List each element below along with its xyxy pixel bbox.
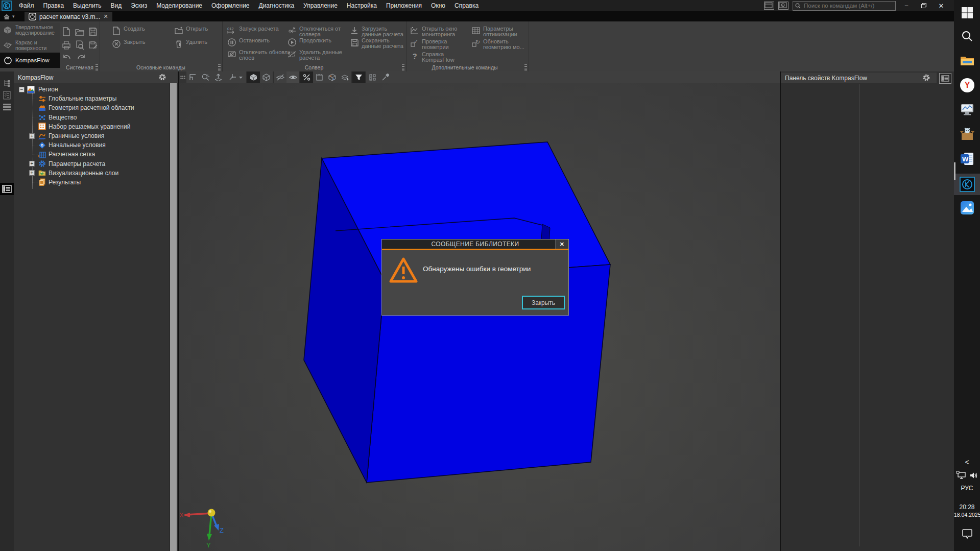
- close-button[interactable]: ✕: [935, 1, 948, 10]
- camera-icon[interactable]: [778, 2, 788, 10]
- menu-applications[interactable]: Приложения: [381, 0, 426, 11]
- gear-icon[interactable]: [922, 74, 930, 83]
- menu-select[interactable]: Выделить: [68, 0, 106, 11]
- gear-icon[interactable]: [158, 73, 166, 83]
- tab-close-icon[interactable]: ✕: [103, 13, 108, 20]
- group-handle[interactable]: [402, 64, 404, 70]
- collapse-icon[interactable]: −: [19, 87, 25, 92]
- load-calc-data-button[interactable]: Загрузить данные расчета: [349, 26, 405, 37]
- checklist-icon[interactable]: [3, 91, 11, 100]
- speaker-icon[interactable]: [969, 471, 979, 480]
- tree-item-boundary-conditions[interactable]: + Граничные условия: [14, 131, 167, 140]
- delete-button[interactable]: Удалить: [174, 39, 207, 49]
- tree-item-visual-layers[interactable]: + Визуализационные слои: [14, 169, 167, 178]
- tree-item-initial-conditions[interactable]: Начальные условия: [14, 140, 167, 150]
- network-icon[interactable]: [956, 471, 967, 480]
- disable-layer-update-button[interactable]: Отключить обновл. слоев: [227, 49, 296, 61]
- tab-kompasflow[interactable]: KompasFlow: [0, 53, 60, 68]
- monitor-app-button[interactable]: [960, 102, 975, 117]
- save-as-button[interactable]: [88, 40, 98, 51]
- dialog-title-bar[interactable]: СООБЩЕНИЕ БИБЛИОТЕКИ ✕: [382, 239, 568, 249]
- close-doc-button[interactable]: Закрыть: [111, 39, 145, 49]
- minimize-button[interactable]: −: [900, 1, 913, 10]
- save-calc-data-button[interactable]: Сохранить данные расчета: [349, 37, 405, 49]
- document-tab[interactable]: расчет компас v3.m... ✕: [25, 12, 112, 21]
- expand-icon[interactable]: +: [29, 170, 35, 176]
- properties-panel-toggle[interactable]: [0, 183, 14, 195]
- clock-time[interactable]: 20:28: [954, 504, 980, 511]
- delete-calc-data-button[interactable]: Удалить данные расчета: [287, 49, 364, 61]
- tree-view-icon[interactable]: [3, 79, 11, 87]
- start-button[interactable]: [960, 5, 975, 20]
- tree-item-mesh[interactable]: Расчетная сетка: [14, 150, 167, 159]
- new-document-button[interactable]: [61, 27, 71, 38]
- menu-modeling[interactable]: Моделирование: [152, 0, 207, 11]
- tree-item-geometry[interactable]: Геометрия расчетной области: [14, 103, 167, 112]
- menu-window[interactable]: Окно: [426, 0, 450, 11]
- menu-sketch[interactable]: Эскиз: [126, 0, 152, 11]
- photos-icon: [960, 201, 974, 215]
- boxed-app-button[interactable]: [960, 127, 975, 142]
- update-geometry-button[interactable]: ↻ Обновить геометрию мо...: [471, 38, 526, 50]
- tree-item-region[interactable]: − Регион: [14, 85, 167, 94]
- tree-item-label: Результаты: [49, 179, 81, 186]
- menu-view[interactable]: Вид: [106, 0, 126, 11]
- taskbar-search-button[interactable]: [960, 29, 975, 44]
- undo-button[interactable]: [61, 53, 73, 64]
- run-calculation-button[interactable]: 012 Запуск расчета: [227, 26, 296, 36]
- tab-wireframe-surfaces[interactable]: Каркас и поверхности: [0, 38, 60, 53]
- open-button[interactable]: Открыть: [174, 26, 208, 36]
- photos-app-button[interactable]: [960, 200, 975, 215]
- create-button[interactable]: Создать: [111, 26, 145, 36]
- optimization-params-button[interactable]: Параметры оптимизации: [471, 26, 526, 37]
- print-button[interactable]: [61, 40, 71, 51]
- expand-icon[interactable]: +: [29, 161, 35, 166]
- home-dropdown-icon[interactable]: ▾: [12, 14, 15, 19]
- tree-item-substance[interactable]: Вещество: [14, 113, 167, 122]
- group-handle[interactable]: [524, 64, 527, 70]
- tab-solid-modeling[interactable]: Твердотельное моделирование: [0, 22, 60, 38]
- group-handle[interactable]: [218, 64, 221, 70]
- clock-date[interactable]: 18.04.2025: [954, 512, 980, 518]
- file-explorer-button[interactable]: [960, 53, 975, 68]
- restore-button[interactable]: [917, 1, 930, 10]
- command-search[interactable]: [793, 1, 896, 11]
- tree-item-calc-params[interactable]: + Параметры расчета: [14, 159, 167, 169]
- help-kompasflow-button[interactable]: ? Справка KompasFlow: [410, 51, 467, 63]
- menu-file[interactable]: Файл: [14, 0, 39, 11]
- menu-settings[interactable]: Настройка: [342, 0, 381, 11]
- tree-scrollbar[interactable]: [169, 83, 177, 551]
- menu-help[interactable]: Справка: [450, 0, 483, 11]
- list-bars-icon[interactable]: [3, 103, 11, 111]
- layout-icon[interactable]: [764, 2, 774, 10]
- kompas-3d-button[interactable]: [960, 177, 975, 192]
- home-tab-button[interactable]: ▾: [3, 12, 20, 20]
- yandex-browser-button[interactable]: Y: [960, 78, 975, 93]
- menu-diagnostics[interactable]: Диагностика: [254, 0, 299, 11]
- group-handle[interactable]: [95, 64, 98, 70]
- stop-button[interactable]: Остановить: [227, 37, 296, 47]
- kompas-app-icon[interactable]: [2, 1, 12, 11]
- notification-center-button[interactable]: [960, 526, 975, 541]
- expand-icon[interactable]: +: [29, 133, 35, 139]
- tree-item-equations[interactable]: Набор решаемых уравнений: [14, 122, 167, 131]
- menu-management[interactable]: Управление: [299, 0, 342, 11]
- tab-label: Твердотельное моделирование: [15, 25, 60, 36]
- redo-button[interactable]: [76, 53, 87, 64]
- print-preview-button[interactable]: [75, 40, 85, 51]
- save-button[interactable]: [88, 27, 98, 38]
- word-button[interactable]: W: [960, 151, 975, 166]
- open-document-button[interactable]: [75, 27, 85, 38]
- show-hidden-icons-chevron[interactable]: <: [954, 458, 980, 466]
- panel-list-toggle[interactable]: [939, 73, 951, 84]
- menu-styling[interactable]: Оформление: [207, 0, 254, 11]
- check-geometry-button[interactable]: ✓ Проверка геометрии: [410, 38, 467, 50]
- search-input[interactable]: [803, 2, 887, 9]
- dialog-close-button[interactable]: Закрыть: [522, 296, 565, 309]
- tree-item-global-params[interactable]: Глобальные параметры: [14, 94, 167, 103]
- menu-edit[interactable]: Правка: [39, 0, 69, 11]
- dialog-close-icon[interactable]: ✕: [555, 239, 568, 249]
- open-monitoring-button[interactable]: Открыть окно мониторинга: [410, 26, 467, 37]
- language-indicator[interactable]: РУС: [954, 485, 980, 492]
- tree-item-results[interactable]: Результаты: [14, 178, 167, 187]
